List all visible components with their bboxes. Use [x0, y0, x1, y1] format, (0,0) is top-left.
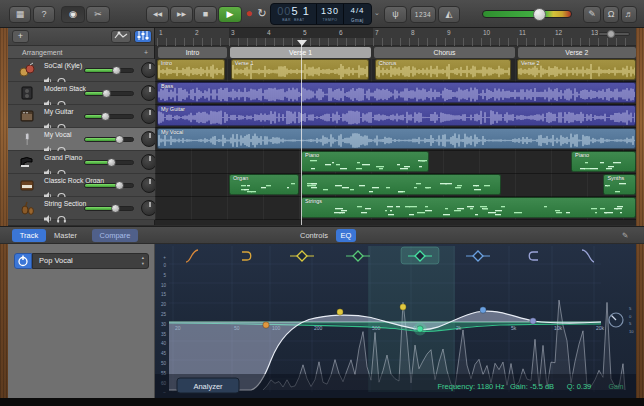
track-row-classic-rock-organ[interactable]: Classic Rock Organ — [8, 174, 155, 197]
eq-control-point[interactable] — [400, 304, 406, 310]
region-verse-2[interactable]: Verse 2 — [517, 59, 636, 80]
headphones-icon[interactable] — [57, 215, 66, 223]
eq-band-3-button[interactable] — [290, 251, 314, 261]
region-piano[interactable]: Piano — [301, 151, 429, 172]
lcd-position: 005 1 BAR BEAT — [271, 4, 317, 24]
tab-track[interactable]: Track — [12, 229, 46, 242]
cycle-button[interactable]: ↻ — [255, 6, 269, 23]
eq-band-2-button[interactable] — [242, 252, 251, 260]
library-icon[interactable]: ▦ — [9, 6, 31, 23]
region-verse-1[interactable]: Verse 1 — [231, 59, 369, 80]
edit-pencil-icon[interactable]: ✎ — [622, 231, 628, 240]
volume-thumb[interactable] — [101, 112, 110, 121]
eq-control-point[interactable] — [530, 318, 536, 324]
editors-icon[interactable]: ✂ — [86, 6, 110, 23]
tab-eq[interactable]: EQ — [336, 229, 356, 242]
tab-controls[interactable]: Controls — [300, 231, 328, 240]
eq-control-point[interactable] — [337, 309, 343, 315]
mixer-icon[interactable] — [134, 30, 152, 43]
arrangement-section-chorus[interactable]: Chorus — [374, 47, 515, 58]
eq-band-1-button[interactable] — [186, 250, 198, 262]
volume-thumb[interactable] — [107, 158, 116, 167]
rewind-button[interactable]: ◀◀ — [146, 6, 169, 23]
region-label: My Vocal — [161, 129, 183, 135]
tuner-icon[interactable]: ψ — [384, 6, 407, 23]
region-synths[interactable]: Synths — [603, 174, 635, 195]
master-volume-slider[interactable] — [482, 10, 572, 18]
volume-thumb[interactable] — [112, 66, 121, 75]
add-track-button[interactable]: + — [12, 30, 29, 43]
volume-slider[interactable] — [84, 114, 134, 119]
region-my-guitar[interactable]: My Guitar — [157, 105, 636, 126]
master-volume-thumb[interactable] — [533, 8, 546, 21]
region-intro[interactable]: Intro — [157, 59, 225, 80]
bar-ruler[interactable]: 12345678910111213 — [155, 28, 636, 46]
region-label: Verse 2 — [521, 60, 540, 66]
track-row-my-guitar[interactable]: My Guitar — [8, 105, 155, 128]
volume-thumb[interactable] — [115, 181, 124, 190]
track-row-socal-kyle-[interactable]: SoCal (Kyle) — [8, 59, 155, 82]
play-button[interactable]: ▶ — [218, 6, 242, 23]
zoom-slider[interactable] — [598, 32, 630, 36]
zoom-slider-thumb[interactable] — [607, 30, 615, 38]
region-piano[interactable]: Piano — [571, 151, 636, 172]
track-row-my-vocal[interactable]: My Vocal — [8, 128, 155, 151]
region-bass[interactable]: Bass — [157, 82, 636, 103]
playhead-handle[interactable] — [297, 40, 307, 46]
midi-notes — [302, 158, 429, 171]
ruler-bar-number: 3 — [231, 29, 235, 36]
region-label: Piano — [575, 152, 589, 158]
record-button[interactable]: ● — [243, 6, 255, 23]
volume-slider[interactable] — [84, 206, 134, 211]
eq-control-point[interactable] — [480, 307, 486, 313]
solo-button[interactable] — [57, 209, 66, 227]
volume-slider[interactable] — [84, 160, 134, 165]
volume-slider[interactable] — [84, 68, 134, 73]
eq-db-label: 10 — [161, 283, 167, 288]
mute-button[interactable] — [44, 209, 53, 227]
eq-freq-label: 200 — [314, 325, 323, 331]
playhead[interactable] — [301, 40, 302, 225]
arrangement-section-verse-2[interactable]: Verse 2 — [518, 47, 636, 58]
smart-controls-icon[interactable]: ◉ — [61, 6, 85, 23]
count-in-button[interactable]: 1234 — [410, 6, 436, 23]
volume-thumb[interactable] — [111, 204, 120, 213]
compare-button[interactable]: Compare — [92, 229, 138, 242]
eq-band-7-button[interactable] — [529, 252, 538, 260]
arrangement-add-button[interactable]: + — [144, 46, 148, 59]
region-my-vocal[interactable]: My Vocal — [157, 128, 636, 149]
loop-browser-icon[interactable]: Ω — [603, 6, 619, 23]
lcd-chevron-icon[interactable]: ⌄ — [374, 9, 380, 17]
preset-select[interactable]: Pop Vocal ▴▾ — [32, 253, 149, 269]
drum-kit-icon — [19, 62, 35, 78]
stop-button[interactable]: ■ — [194, 6, 217, 23]
media-browser-icon[interactable]: ♬ — [621, 6, 637, 23]
volume-thumb[interactable] — [102, 89, 111, 98]
region-untitled[interactable] — [301, 174, 501, 195]
track-row-modern-stack[interactable]: Modern Stack — [8, 82, 155, 105]
track-row-grand-piano[interactable]: Grand Piano — [8, 151, 155, 174]
forward-button[interactable]: ▶▶ — [170, 6, 193, 23]
volume-thumb[interactable] — [115, 135, 124, 144]
region-strings[interactable]: Strings — [301, 197, 636, 218]
volume-slider[interactable] — [84, 183, 134, 188]
mute-icon[interactable] — [44, 215, 53, 223]
track-row-string-section[interactable]: String Section — [8, 197, 155, 220]
metronome-icon[interactable]: ◭ — [438, 6, 460, 23]
note-pad-icon[interactable]: ✎ — [583, 6, 601, 23]
arrangement-section-intro[interactable]: Intro — [158, 47, 227, 58]
automation-icon[interactable] — [111, 30, 131, 43]
quick-help-icon[interactable]: ? — [33, 6, 55, 23]
region-organ[interactable]: Organ — [229, 174, 299, 195]
eq-band-4-button[interactable] — [346, 251, 370, 261]
eq-control-point[interactable] — [263, 322, 269, 328]
volume-slider[interactable] — [84, 91, 134, 96]
eq-band-8-button[interactable] — [582, 250, 594, 262]
lcd-display[interactable]: 005 1 BAR BEAT 130 TEMPO 4/4 Gmaj — [270, 3, 372, 25]
tab-master[interactable]: Master — [54, 231, 77, 240]
power-button[interactable] — [14, 253, 32, 269]
region-chorus[interactable]: Chorus — [375, 59, 512, 80]
volume-slider[interactable] — [84, 137, 134, 142]
eq-band-6-button[interactable] — [466, 251, 490, 261]
eq-db-label: 15 — [161, 292, 167, 297]
